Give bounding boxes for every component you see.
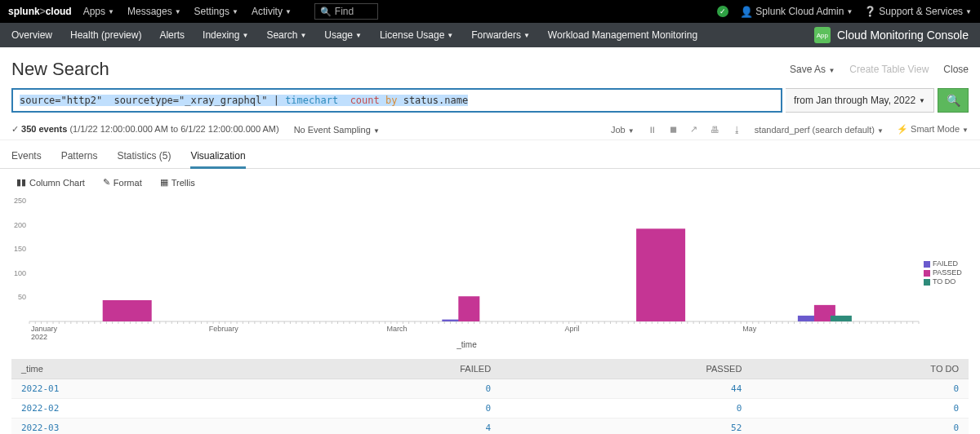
nav-usage[interactable]: Usage ▼: [324, 29, 362, 41]
nav-forwarders[interactable]: Forwarders ▼: [471, 29, 530, 41]
svg-text:May: May: [742, 325, 757, 333]
topbar: splunk>cloud Apps▼ Messages▼ Settings▼ A…: [0, 0, 980, 23]
chart-area: 50100150200250JanuaryFebruaryMarchAprilM…: [0, 196, 980, 354]
spl-input[interactable]: source="http2" sourcetype="_xray_graphql…: [11, 88, 782, 113]
col-to-do[interactable]: TO DO: [751, 359, 969, 379]
search-row: source="http2" sourcetype="_xray_graphql…: [0, 88, 980, 119]
nav-health-preview-[interactable]: Health (preview): [70, 29, 141, 41]
svg-text:_time: _time: [456, 340, 477, 349]
page-title: New Search: [11, 59, 109, 80]
tab-visualization[interactable]: Visualization: [190, 145, 245, 169]
create-table-view-button: Create Table View: [849, 64, 929, 75]
smart-mode[interactable]: ⚡ Smart Mode ▼: [897, 124, 969, 135]
search-icon: 🔍: [320, 7, 332, 17]
svg-text:April: April: [564, 325, 579, 333]
help-icon: ❔: [864, 6, 876, 17]
svg-text:100: 100: [14, 269, 26, 277]
menu-activity[interactable]: Activity▼: [252, 6, 292, 17]
console-title: Cloud Monitoring Console: [837, 29, 969, 42]
menu-apps[interactable]: Apps▼: [83, 6, 114, 17]
svg-text:March: March: [387, 325, 408, 333]
nav-license-usage[interactable]: License Usage ▼: [380, 29, 453, 41]
brand: splunk>cloud: [8, 6, 72, 17]
support-menu[interactable]: ❔ Support & Services ▼: [864, 6, 972, 17]
stop-icon[interactable]: ◼: [670, 124, 677, 135]
share-icon[interactable]: ↗: [690, 124, 697, 135]
close-button[interactable]: Close: [943, 64, 969, 75]
table-row[interactable]: 2022-02000: [11, 399, 969, 418]
legend-item[interactable]: PASSED: [924, 268, 969, 277]
run-search-button[interactable]: 🔍: [938, 88, 969, 113]
save-as-button[interactable]: Save As ▼: [790, 64, 835, 75]
legend-item[interactable]: FAILED: [924, 259, 969, 268]
cell: 0: [501, 399, 751, 418]
event-count: ✓ 350 events (1/1/22 12:00:00.000 AM to …: [11, 124, 279, 135]
nav-overview[interactable]: Overview: [11, 29, 52, 41]
print-icon[interactable]: 🖶: [710, 125, 719, 135]
trellis-button[interactable]: ▦Trellis: [160, 177, 195, 188]
cell: 0: [751, 399, 969, 418]
status-bar: ✓ 350 events (1/1/22 12:00:00.000 AM to …: [0, 119, 980, 140]
menu-settings[interactable]: Settings▼: [194, 6, 238, 17]
chart-legend: FAILEDPASSEDTO DO: [924, 196, 969, 351]
cell: 2022-01: [11, 379, 272, 399]
user-menu[interactable]: 👤 Splunk Cloud Admin ▼: [740, 6, 853, 18]
column-chart-icon: ▮▮: [16, 177, 26, 188]
svg-rect-157: [103, 300, 152, 321]
svg-text:2022: 2022: [31, 333, 47, 341]
column-chart: 50100150200250JanuaryFebruaryMarchAprilM…: [11, 196, 924, 351]
result-tabs: Events Patterns Statistics (5) Visualiza…: [0, 140, 980, 169]
pause-icon[interactable]: ⏸: [648, 125, 657, 135]
event-sampling[interactable]: No Event Sampling ▼: [294, 125, 380, 135]
search-format[interactable]: standard_perf (search default) ▼: [755, 125, 884, 135]
cell: 0: [272, 399, 501, 418]
col-passed[interactable]: PASSED: [501, 359, 751, 379]
find-placeholder: Find: [335, 6, 354, 17]
cell: 2022-03: [11, 418, 272, 435]
tab-patterns[interactable]: Patterns: [61, 145, 98, 168]
nav-workload-management-monitoring[interactable]: Workload Management Monitoring: [548, 29, 697, 41]
tab-statistics[interactable]: Statistics (5): [117, 145, 171, 168]
col--time[interactable]: _time: [11, 359, 272, 379]
cell: 2022-02: [11, 399, 272, 418]
nav-alerts[interactable]: Alerts: [159, 29, 185, 41]
legend-item[interactable]: TO DO: [924, 277, 969, 286]
search-icon: 🔍: [947, 94, 960, 107]
svg-text:150: 150: [14, 245, 26, 253]
topbar-menus: Apps▼ Messages▼ Settings▼ Activity▼ 🔍 Fi…: [83, 3, 378, 20]
cell: 0: [751, 418, 969, 435]
svg-text:50: 50: [18, 293, 26, 301]
export-icon[interactable]: ⭳: [733, 125, 742, 135]
svg-rect-163: [636, 228, 685, 321]
app-icon: App: [814, 27, 831, 43]
chart-type-picker[interactable]: ▮▮Column Chart: [16, 177, 85, 188]
table-row[interactable]: 2022-034520: [11, 418, 969, 435]
nav-indexing[interactable]: Indexing ▼: [203, 29, 248, 41]
table-row[interactable]: 2022-010440: [11, 379, 969, 399]
results-table: _timeFAILEDPASSEDTO DO 2022-0104402022-0…: [11, 359, 969, 434]
user-icon: 👤: [740, 6, 753, 18]
cell: 44: [501, 379, 751, 399]
tab-events[interactable]: Events: [11, 145, 42, 168]
svg-rect-167: [831, 316, 852, 321]
cell: 4: [272, 418, 501, 435]
format-icon: ✎: [103, 177, 110, 188]
svg-text:200: 200: [14, 221, 26, 229]
vis-toolbar: ▮▮Column Chart ✎Format ▦Trellis: [0, 169, 980, 196]
cell: 0: [272, 379, 501, 399]
health-check-icon[interactable]: ✓: [717, 6, 728, 17]
trellis-icon: ▦: [160, 177, 168, 188]
menu-messages[interactable]: Messages▼: [127, 6, 181, 17]
cell: 0: [751, 379, 969, 399]
cell: 52: [501, 418, 751, 435]
navbar: OverviewHealth (preview)AlertsIndexing ▼…: [0, 23, 980, 47]
svg-text:250: 250: [14, 197, 26, 205]
col-failed[interactable]: FAILED: [272, 359, 501, 379]
svg-text:January: January: [31, 325, 58, 333]
find-input[interactable]: 🔍 Find: [314, 3, 378, 20]
format-button[interactable]: ✎Format: [103, 177, 142, 188]
job-menu[interactable]: Job ▼: [611, 125, 635, 135]
svg-text:February: February: [209, 325, 239, 333]
time-range-picker[interactable]: from Jan through May, 2022▼: [786, 88, 934, 113]
nav-search[interactable]: Search ▼: [266, 29, 306, 41]
